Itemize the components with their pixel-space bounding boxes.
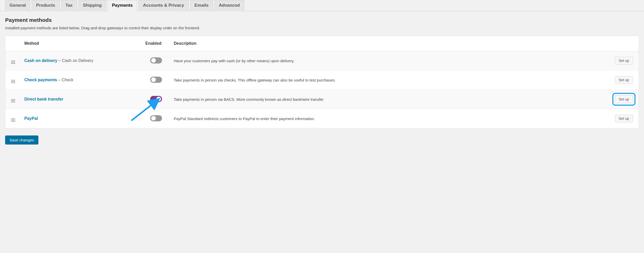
page-title: Payment methods <box>5 17 639 23</box>
page-description: Installed payment methods are listed bel… <box>5 26 639 30</box>
setup-button[interactable]: Set up <box>615 57 633 65</box>
payment-method-link[interactable]: Direct bank transfer <box>24 97 63 101</box>
save-changes-button[interactable]: Save changes <box>5 135 38 144</box>
setup-button[interactable]: Set up <box>615 95 633 103</box>
tab-tax[interactable]: Tax <box>61 0 77 11</box>
enabled-toggle[interactable] <box>150 96 162 102</box>
column-header-description: Description <box>170 36 608 51</box>
settings-tabs: GeneralProductsTaxShippingPaymentsAccoun… <box>0 0 644 11</box>
drag-handle-icon[interactable] <box>11 61 15 64</box>
enabled-toggle[interactable] <box>150 77 162 83</box>
drag-handle-icon[interactable] <box>11 119 15 122</box>
tab-general[interactable]: General <box>5 0 30 11</box>
payment-methods-table: Method Enabled Description Cash on deliv… <box>5 36 639 128</box>
payment-method-link[interactable]: Check payments <box>24 78 57 82</box>
table-row: Direct bank transferTake payments in per… <box>5 90 639 109</box>
payment-method-description: PayPal Standard redirects customers to P… <box>170 109 608 128</box>
enabled-toggle[interactable] <box>150 115 162 121</box>
setup-button[interactable]: Set up <box>615 115 633 122</box>
table-row: PayPalPayPal Standard redirects customer… <box>5 109 639 128</box>
payment-method-suffix: – Cash on Delivery <box>57 58 94 63</box>
tab-payments[interactable]: Payments <box>108 0 137 11</box>
tab-accounts-privacy[interactable]: Accounts & Privacy <box>139 0 189 11</box>
tab-products[interactable]: Products <box>32 0 60 11</box>
column-header-enabled: Enabled <box>142 36 170 51</box>
payment-method-suffix: – Check <box>57 78 73 82</box>
drag-handle-icon[interactable] <box>11 99 15 102</box>
payment-method-description: Take payments in person via checks. This… <box>170 70 608 90</box>
tab-shipping[interactable]: Shipping <box>79 0 106 11</box>
payment-method-description: Take payments in person via BACS. More c… <box>170 90 608 109</box>
column-header-method: Method <box>21 36 142 51</box>
payment-method-description: Have your customers pay with cash (or by… <box>170 51 608 70</box>
tab-advanced[interactable]: Advanced <box>215 0 244 11</box>
tab-emails[interactable]: Emails <box>190 0 213 11</box>
setup-button[interactable]: Set up <box>615 76 633 84</box>
table-row: Check payments – CheckTake payments in p… <box>5 70 639 90</box>
enabled-toggle[interactable] <box>150 57 162 64</box>
drag-handle-icon[interactable] <box>11 80 15 83</box>
table-row: Cash on delivery – Cash on DeliveryHave … <box>5 51 639 70</box>
payment-method-link[interactable]: Cash on delivery <box>24 58 57 63</box>
payment-method-link[interactable]: PayPal <box>24 116 38 121</box>
